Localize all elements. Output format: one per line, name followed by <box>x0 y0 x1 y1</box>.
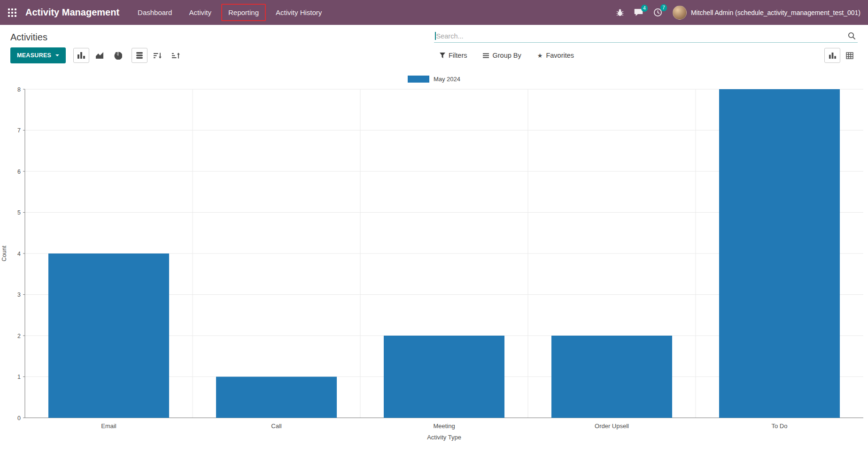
search-icon[interactable] <box>848 32 856 40</box>
nav-activity[interactable]: Activity <box>182 4 218 21</box>
sort-ascending-button[interactable] <box>168 48 184 63</box>
favorites-button[interactable]: ★ Favorites <box>537 52 574 59</box>
measures-label: MEASURES <box>17 52 51 59</box>
activities-badge: 7 <box>660 4 667 11</box>
chart-option-group <box>132 48 184 63</box>
messages-badge: 4 <box>641 5 648 12</box>
top-navbar: Activity Management Dashboard Activity R… <box>0 0 868 25</box>
bar-chart[interactable]: 012345678EmailCallMeetingOrder UpsellTo … <box>0 84 868 445</box>
pivot-view-button[interactable] <box>842 48 858 63</box>
group-by-button[interactable]: Group By <box>483 52 521 59</box>
app-title[interactable]: Activity Management <box>25 7 119 18</box>
chart-type-group <box>73 48 126 63</box>
avatar <box>673 6 687 20</box>
svg-text:Call: Call <box>271 422 282 430</box>
sort-descending-button[interactable] <box>150 48 166 63</box>
filters-button[interactable]: Filters <box>440 52 467 59</box>
main-menu: Dashboard Activity Reporting Activity Hi… <box>131 4 329 21</box>
chevron-down-icon <box>55 54 59 56</box>
user-menu[interactable]: Mitchell Admin (schedule_activity_manage… <box>673 6 860 20</box>
svg-text:Activity Type: Activity Type <box>427 434 461 441</box>
svg-text:3: 3 <box>17 292 21 298</box>
pivot-table-icon <box>846 52 853 59</box>
nav-dashboard[interactable]: Dashboard <box>131 4 179 21</box>
svg-text:4: 4 <box>17 251 21 257</box>
group-by-label: Group By <box>492 52 521 59</box>
sort-descending-icon <box>154 52 162 59</box>
grid-icon <box>8 8 16 17</box>
debug-bug-icon[interactable] <box>616 8 624 16</box>
graph-view-button[interactable] <box>824 48 840 63</box>
svg-text:0: 0 <box>17 415 21 422</box>
user-name: Mitchell Admin (schedule_activity_manage… <box>691 9 860 16</box>
svg-text:8: 8 <box>17 86 21 93</box>
filter-funnel-icon <box>440 53 445 59</box>
pie-chart-type-button[interactable] <box>110 48 126 63</box>
svg-text:1: 1 <box>17 374 21 380</box>
search-input[interactable] <box>436 32 848 40</box>
line-chart-type-button[interactable] <box>92 48 108 63</box>
svg-text:7: 7 <box>17 127 21 134</box>
svg-text:Order Upsell: Order Upsell <box>595 422 629 430</box>
svg-text:Count: Count <box>1 246 8 261</box>
pie-chart-icon <box>114 52 122 60</box>
group-by-bars-icon <box>483 53 489 58</box>
search-facets: Filters Group By ★ Favorites <box>434 52 574 59</box>
star-icon: ★ <box>537 52 543 59</box>
apps-menu-icon[interactable] <box>0 0 24 25</box>
messages-icon[interactable]: 4 <box>634 8 643 16</box>
page-title: Activities <box>10 32 434 43</box>
chart-legend[interactable]: May 2024 <box>0 76 868 83</box>
nav-activity-history[interactable]: Activity History <box>269 4 329 21</box>
legend-swatch <box>408 76 429 83</box>
activities-clock-icon[interactable]: 7 <box>653 8 662 17</box>
view-switcher <box>824 48 858 63</box>
bar-chart-type-button[interactable] <box>73 48 89 63</box>
stacked-database-icon <box>136 52 143 59</box>
svg-text:Meeting: Meeting <box>433 422 455 430</box>
control-panel-toolbar: MEASURES <box>0 44 868 69</box>
filters-label: Filters <box>449 52 467 59</box>
stacked-toggle-button[interactable] <box>132 48 147 63</box>
nav-reporting[interactable]: Reporting <box>221 4 266 21</box>
area-chart-icon <box>95 52 104 59</box>
svg-text:5: 5 <box>17 209 21 216</box>
bar-chart-icon <box>77 52 85 59</box>
favorites-label: Favorites <box>546 52 574 59</box>
search-bar <box>434 31 858 43</box>
svg-text:2: 2 <box>17 333 21 339</box>
legend-label: May 2024 <box>434 76 460 83</box>
control-panel-top: Activities <box>0 25 868 44</box>
svg-text:To Do: To Do <box>772 422 788 430</box>
svg-text:Email: Email <box>101 422 116 430</box>
svg-text:6: 6 <box>17 169 21 175</box>
sort-ascending-icon <box>172 52 180 59</box>
measures-button[interactable]: MEASURES <box>10 47 66 63</box>
graph-view-icon <box>829 52 837 59</box>
